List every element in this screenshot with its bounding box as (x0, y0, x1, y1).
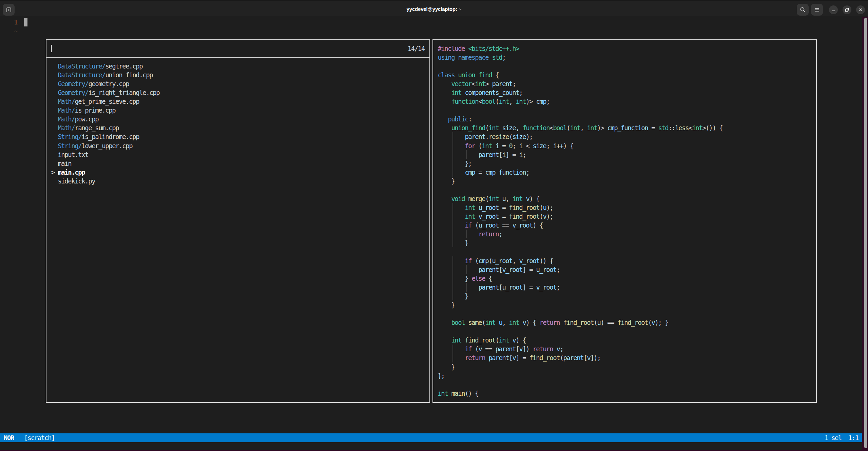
picker-item-name: get_prime_sieve.cpp (75, 98, 139, 105)
picker-item-dir: Math/ (58, 98, 75, 105)
code-line: } (438, 300, 455, 309)
selected-marker (51, 142, 58, 150)
line-number: 1 (4, 18, 17, 26)
statusline: NOR [scratch] 1 sel 1:1 (0, 433, 862, 442)
code-line: union_find(int size, function<bool(int, … (438, 123, 722, 132)
indent-guide (452, 283, 453, 292)
picker-item[interactable]: String/lower_upper.cpp (51, 141, 132, 150)
code-line: } else { (438, 274, 492, 283)
selected-marker (51, 115, 58, 123)
indent-guide (452, 212, 453, 221)
picker-item[interactable]: Math/get_prime_sieve.cpp (51, 97, 139, 106)
code-line: public: (438, 115, 471, 123)
scrollbar-track[interactable] (862, 17, 868, 451)
code-line: } (438, 238, 468, 247)
minimize-icon (831, 7, 836, 13)
picker-item[interactable]: Math/range_sum.cpp (51, 123, 119, 132)
picker-item-dir: Math/ (58, 115, 75, 123)
selected-marker (51, 124, 58, 132)
picker-item[interactable]: Math/is_prime.cpp (51, 106, 115, 115)
picker-item-name: is_right_triangle.cpp (88, 89, 159, 96)
picker-item-name: lower_upper.cpp (81, 142, 132, 150)
picker-item-dir: DataStructure/ (58, 71, 105, 79)
picker-item-name: range_sum.cpp (75, 124, 119, 132)
picker-item[interactable]: main (51, 159, 71, 168)
selected-marker (51, 151, 58, 158)
code-line: int u_root = find_root(u); (438, 203, 553, 212)
selected-marker (51, 160, 58, 167)
picker-item[interactable]: Math/pow.cpp (51, 115, 98, 123)
hamburger-icon (814, 6, 821, 13)
code-line: parent.resize(size); (438, 132, 533, 141)
selected-marker (51, 62, 58, 70)
code-line: function<bool(int, int)> cmp; (438, 97, 549, 106)
selected-marker (51, 80, 58, 87)
indent-guide (466, 283, 467, 292)
indent-guide (466, 265, 467, 274)
indent-guide (452, 274, 453, 283)
restore-button[interactable] (843, 5, 851, 14)
indent-guide (452, 221, 453, 230)
code-line: if (u_root == v_root) { (438, 221, 543, 230)
picker-item[interactable]: sidekick.py (51, 177, 95, 185)
code-line: int components_count; (438, 88, 522, 97)
selected-marker (51, 177, 58, 185)
indent-guide (452, 265, 453, 274)
picker-search-input[interactable] (51, 44, 388, 53)
code-line: int find_root(int v) { (438, 336, 526, 345)
picker-item[interactable]: Geometry/geometry.cpp (51, 79, 129, 88)
picker-item-dir: DataStructure/ (58, 62, 105, 70)
indent-guide (452, 168, 453, 177)
picker-item-name: is_prime.cpp (75, 106, 115, 114)
picker-item-dir: Geometry/ (58, 80, 88, 87)
indent-guide (452, 345, 453, 353)
indent-guide (452, 230, 453, 238)
scrollbar-thumb[interactable] (864, 18, 867, 448)
close-icon (858, 7, 863, 13)
picker-item[interactable]: > main.cpp (51, 168, 85, 177)
code-line: void merge(int u, int v) { (438, 194, 539, 203)
indent-guide (452, 132, 453, 141)
code-line: if (v == parent[v]) return v; (438, 345, 563, 353)
indent-guide (466, 150, 467, 159)
picker-item-name: main (58, 160, 71, 167)
indent-guide (452, 353, 453, 362)
picker-item[interactable]: DataStructure/segtree.cpp (51, 62, 142, 71)
picker-item-dir: Math/ (58, 106, 75, 114)
picker-item-name: geometry.cpp (88, 80, 129, 87)
picker-item[interactable]: DataStructure/union_find.cpp (51, 71, 153, 79)
code-line: vector<int> parent; (438, 79, 516, 88)
selected-marker (51, 106, 58, 114)
picker-item[interactable]: input.txt (51, 150, 88, 159)
picker-count: 14/14 (408, 44, 425, 53)
picker-item-name: is_palindrome.cpp (81, 133, 139, 140)
code-line: int v_root = find_root(v); (438, 212, 553, 221)
picker-item-name: sidekick.py (58, 177, 95, 185)
code-line: }; (438, 371, 444, 380)
minimize-button[interactable] (829, 5, 838, 14)
selected-marker (51, 133, 58, 140)
indent-guide (452, 141, 453, 150)
close-button[interactable] (856, 5, 865, 14)
selected-marker (51, 89, 58, 96)
window-title: yycdevel@yyclaptop: ~ (0, 1, 868, 17)
code-line: bool same(int u, int v) { return find_ro… (438, 318, 668, 327)
picker-item[interactable]: Geometry/is_right_triangle.cpp (51, 88, 159, 97)
code-line: class union_find { (438, 71, 499, 79)
code-line: int main() { (438, 389, 478, 398)
code-line: parent[v_root] = u_root; (438, 265, 560, 274)
editor-cursor (24, 18, 27, 26)
selected-marker (51, 98, 58, 105)
code-line: }; (438, 159, 471, 168)
menu-button[interactable] (811, 4, 823, 16)
code-line: cmp = cmp_function; (438, 168, 529, 177)
picker-item[interactable]: String/is_palindrome.cpp (51, 132, 139, 141)
buffer-name: [scratch] (24, 433, 55, 442)
search-icon (799, 6, 806, 13)
empty-line-tilde: ~ (14, 26, 17, 35)
search-button[interactable] (797, 4, 809, 16)
code-line: for (int i = 0; i < size; i++) { (438, 141, 573, 150)
picker-item-name: pow.cpp (75, 115, 98, 123)
picker-item-dir: String/ (58, 142, 81, 150)
terminal-screen: 1 ~ 14/14 DataStructure/segtree.cpp Data… (0, 17, 868, 451)
